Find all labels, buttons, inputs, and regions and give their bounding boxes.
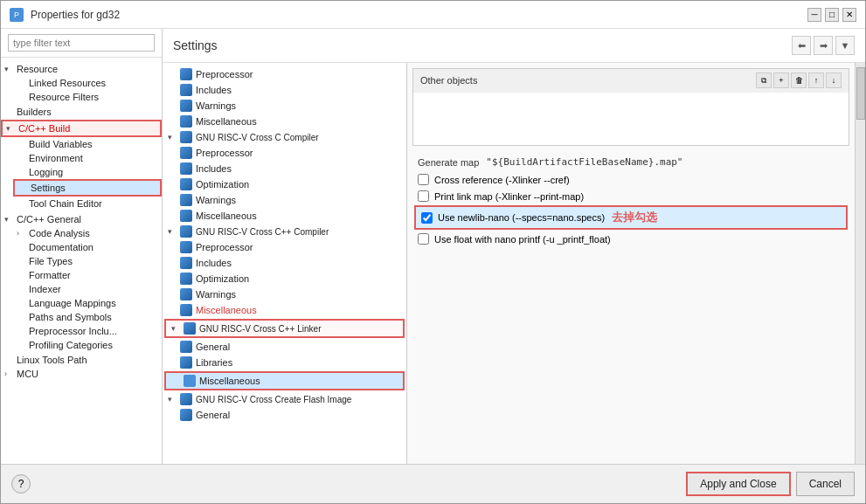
apply-close-button[interactable]: Apply and Close [686,472,790,496]
cancel-button[interactable]: Cancel [796,472,855,496]
obj-btn-up[interactable]: ↑ [808,72,824,88]
tree-label-profiling: Profiling Categories [29,340,113,350]
section-icon-m2 [180,210,192,222]
tree-row-resource-filters[interactable]: Resource Filters [13,90,162,104]
mid-item-warnings-3[interactable]: Warnings [163,287,406,302]
mid-item-preprocessor-1[interactable]: Preprocessor [163,66,406,82]
mid-item-includes-2[interactable]: Includes [163,161,406,176]
nav-dropdown-button[interactable]: ▼ [835,36,855,55]
mid-item-gnu-linker[interactable]: ▾ GNU RISC-V Cross C++ Linker [164,319,405,338]
mid-expand-gnu-linker: ▾ [171,324,184,333]
section-icon-gnu-c [180,131,192,143]
tree-row-logging[interactable]: Logging [13,165,162,179]
tree-row-formatter[interactable]: Formatter [13,268,162,282]
mid-item-optimization-2[interactable]: Optimization [163,271,406,287]
mid-item-gnu-flash[interactable]: ▾ GNU RISC-V Cross Create Flash Image [163,391,406,407]
mid-item-includes-3[interactable]: Includes [163,255,406,271]
window-title: Properties for gd32 [31,9,807,21]
other-objects-box: Other objects ⧉ + 🗑 ↑ ↓ [412,68,849,146]
mid-item-optimization-1[interactable]: Optimization [163,176,406,192]
tree-row-builders[interactable]: Builders [1,105,162,119]
tree-row-indexer[interactable]: Indexer [13,282,162,296]
content-area: ▾ Resource Linked Resources Resource Fil… [1,29,865,464]
cpp-general-children: › Code Analysis Documentation File Types [1,226,162,352]
section-icon-g2 [180,409,192,421]
tree-row-linked-resources[interactable]: Linked Resources [13,76,162,90]
minimize-button[interactable]: ─ [807,8,821,22]
mid-item-warnings-2[interactable]: Warnings [163,192,406,208]
checkbox-cross-ref-input[interactable] [418,174,429,185]
checkbox-use-newlib-nano-input[interactable] [421,212,433,224]
mid-item-libraries-1[interactable]: Libraries [163,355,406,370]
mid-item-preprocessor-3[interactable]: Preprocessor [163,239,406,255]
tree-label-file-types: File Types [29,256,73,266]
section-icon-w1 [180,100,192,112]
right-scrollbar[interactable] [855,63,865,464]
mid-item-general-1[interactable]: General [163,339,406,355]
mid-item-general-2[interactable]: General [163,407,406,423]
tree-row-documentation[interactable]: Documentation [13,240,162,254]
obj-btn-down[interactable]: ↓ [826,72,842,88]
tree-row-profiling[interactable]: Profiling Categories [13,338,162,352]
tree-row-code-analysis[interactable]: › Code Analysis [13,226,162,240]
expand-icon-cpp-general: ▾ [4,215,17,224]
tree-label-resource-filters: Resource Filters [29,92,99,102]
nav-buttons: ⬅ ➡ ▼ [792,36,855,55]
mid-label-optimization-1: Optimization [196,179,249,190]
tree-row-mcu[interactable]: › MCU [1,367,162,381]
section-icon-ml [184,375,196,387]
tree-row-language-mappings[interactable]: Language Mappings [13,296,162,310]
mid-label-includes-2: Includes [196,163,232,174]
tree-label-preprocessor-includes: Preprocessor Inclu... [29,326,117,336]
mid-item-includes-1[interactable]: Includes [163,82,406,98]
mid-label-preprocessor-2: Preprocessor [196,148,253,158]
obj-btn-add[interactable]: + [773,72,789,88]
section-icon-gnu-cpp [180,225,192,238]
tree-row-cpp-general[interactable]: ▾ C/C++ General [1,212,162,226]
mid-label-gnu-flash: GNU RISC-V Cross Create Flash Image [196,395,351,404]
nav-back-button[interactable]: ⬅ [792,36,811,55]
mid-label-gnu-c: GNU RISC-V Cross C Compiler [196,133,319,142]
help-button[interactable]: ? [11,474,31,494]
tree-label-environment: Environment [29,153,83,163]
tree-row-tool-chain-editor[interactable]: Tool Chain Editor [13,197,162,211]
filter-input[interactable] [8,34,155,52]
mid-item-misc-linker[interactable]: Miscellaneous [164,371,405,390]
panels-row: Preprocessor Includes Warnings [163,63,865,464]
left-tree: ▾ Resource Linked Resources Resource Fil… [1,58,162,464]
tree-item-cpp-general: ▾ C/C++ General › Code Analysis Document… [1,211,162,353]
mid-item-warnings-1[interactable]: Warnings [163,98,406,114]
tree-item-cpp-build: ▾ C/C++ Build Build Variables Environmen… [1,119,162,211]
obj-btn-delete[interactable]: 🗑 [791,72,807,88]
tree-row-file-types[interactable]: File Types [13,254,162,268]
tree-row-settings[interactable]: Settings [13,179,162,197]
mid-item-misc-1[interactable]: Miscellaneous [163,114,406,129]
section-icon-w2 [180,194,192,206]
right-scrollbar-thumb[interactable] [856,67,865,120]
tree-row-paths-symbols[interactable]: Paths and Symbols [13,310,162,324]
mid-item-gnu-cpp[interactable]: ▾ GNU RISC-V Cross C++ Compiler [163,224,406,239]
checkbox-print-link-map-input[interactable] [418,190,429,202]
section-icon-lib1 [180,356,192,369]
tree-row-environment[interactable]: Environment [13,151,162,165]
obj-btn-copy[interactable]: ⧉ [756,72,772,88]
tree-row-resource[interactable]: ▾ Resource [1,62,162,76]
tree-label-builders: Builders [17,107,52,117]
mid-item-misc-2[interactable]: Miscellaneous [163,208,406,224]
checkbox-use-float-nano-input[interactable] [418,233,429,245]
mid-item-preprocessor-2[interactable]: Preprocessor [163,145,406,161]
tree-row-cpp-build[interactable]: ▾ C/C++ Build [1,120,162,137]
mid-item-gnu-c[interactable]: ▾ GNU RISC-V Cross C Compiler [163,129,406,145]
tree-row-build-variables[interactable]: Build Variables [13,137,162,151]
close-button[interactable]: ✕ [842,8,856,22]
maximize-button[interactable]: □ [825,8,839,22]
mid-label-preprocessor-3: Preprocessor [196,242,253,252]
tree-row-preprocessor-includes[interactable]: Preprocessor Inclu... [13,324,162,338]
tree-label-indexer: Indexer [29,284,61,294]
nav-forward-button[interactable]: ➡ [814,36,833,55]
mid-expand-gnu-flash: ▾ [168,395,180,404]
tree-row-linux-tools[interactable]: Linux Tools Path [1,353,162,367]
mid-label-includes-3: Includes [196,258,232,268]
checkbox-use-newlib-nano: Use newlib-nano (--specs=nano.specs) 去掉勾… [414,205,848,230]
mid-item-misc-3[interactable]: Miscellaneous [163,302,406,318]
